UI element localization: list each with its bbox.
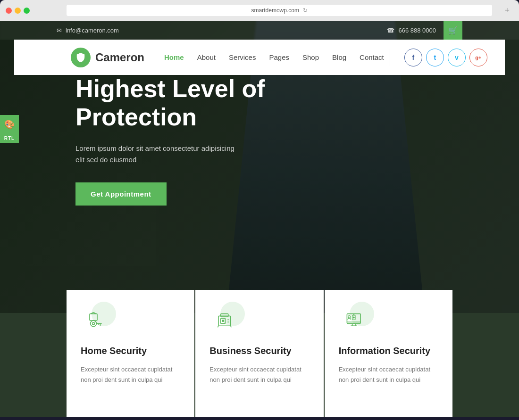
service-desc-business: Excepteur sint occaecat cupidatat non pr… (209, 364, 309, 385)
info-security-icon-wrap (339, 304, 372, 337)
service-title-business: Business Security (209, 345, 309, 357)
svg-point-21 (353, 317, 354, 318)
brand-icon-svg (75, 52, 86, 63)
service-card-business: Business Security Excepteur sint occaeca… (195, 290, 323, 417)
address-bar[interactable]: smartdemowp.com ↻ (67, 5, 492, 16)
nav-link-shop[interactable]: Shop (297, 49, 325, 65)
website: ✉ info@cameron.com ☎ 666 888 0000 🛒 (0, 21, 519, 417)
svg-point-22 (348, 316, 350, 318)
svg-rect-6 (218, 316, 231, 326)
home-security-icon (86, 309, 109, 332)
home-security-icon-wrap (81, 304, 114, 337)
cart-icon: 🛒 (448, 26, 458, 35)
nav-item-about[interactable]: About (192, 49, 221, 65)
brand[interactable]: Cameron (71, 48, 144, 67)
topbar-phone: ☎ 666 888 0000 (387, 27, 436, 34)
nav-link-blog[interactable]: Blog (326, 49, 352, 65)
email-icon: ✉ (57, 27, 62, 34)
nav-menu: Home About Services Pages Shop Blog (159, 49, 390, 65)
brand-name: Cameron (95, 51, 144, 64)
info-security-icon (344, 309, 367, 332)
phone-number: 666 888 0000 (398, 27, 436, 34)
nav-link-about[interactable]: About (192, 49, 221, 65)
nav-link-pages[interactable]: Pages (263, 49, 295, 65)
twitter-button[interactable]: t (426, 49, 444, 66)
service-desc-home: Excepteur sint occaecat cupidatat non pr… (81, 364, 180, 385)
reload-icon[interactable]: ↻ (303, 7, 308, 14)
svg-point-0 (91, 321, 97, 327)
topbar-right: ☎ 666 888 0000 🛒 (387, 21, 462, 40)
top-bar: ✉ info@cameron.com ☎ 666 888 0000 🛒 (0, 21, 519, 40)
palette-button[interactable]: 🎨 (0, 115, 19, 134)
nav-item-home[interactable]: Home (159, 49, 190, 65)
phone-icon: ☎ (387, 27, 394, 34)
nav-item-contact[interactable]: Contact (354, 49, 390, 65)
brand-logo (71, 48, 91, 67)
business-security-icon-wrap (209, 304, 243, 337)
navbar: Cameron Home About Services Pages Shop (14, 40, 505, 75)
url-text: smartdemowp.com (251, 7, 299, 14)
vimeo-button[interactable]: v (448, 49, 466, 66)
svg-line-11 (231, 326, 232, 327)
rtl-label[interactable]: RTL (0, 134, 19, 143)
facebook-button[interactable]: f (404, 49, 422, 66)
svg-line-10 (218, 326, 219, 327)
svg-point-1 (92, 322, 95, 325)
maximize-button[interactable] (24, 8, 30, 14)
email-address: info@cameron.com (66, 27, 119, 34)
nav-item-shop[interactable]: Shop (297, 49, 325, 65)
business-security-icon (215, 309, 237, 332)
service-card-home: Home Security Excepteur sint occaecat cu… (67, 290, 194, 417)
cart-button[interactable]: 🛒 (444, 21, 462, 40)
nav-item-blog[interactable]: Blog (326, 49, 352, 65)
hero-title: Highest Level of Protection (75, 75, 311, 132)
nav-link-contact[interactable]: Contact (354, 49, 390, 65)
nav-link-home[interactable]: Home (159, 49, 190, 65)
googleplus-button[interactable]: g+ (469, 49, 487, 66)
browser-chrome: smartdemowp.com ↻ + (0, 0, 519, 21)
services-section: Home Security Excepteur sint occaecat cu… (0, 290, 519, 417)
svg-rect-5 (90, 314, 97, 321)
nav-link-services[interactable]: Services (223, 49, 262, 65)
minimize-button[interactable] (15, 8, 21, 14)
topbar-email: ✉ info@cameron.com (57, 27, 119, 34)
navbar-left: Cameron Home About Services Pages Shop (71, 48, 390, 67)
service-desc-info: Excepteur sint occaecat cupidatat non pr… (339, 364, 438, 385)
new-tab-button[interactable]: + (501, 6, 513, 16)
hero-section: Highest Level of Protection Lorem ipsum … (75, 75, 311, 206)
nav-item-services[interactable]: Services (223, 49, 262, 65)
service-title-info: Information Security (339, 345, 438, 357)
traffic-lights (6, 8, 30, 14)
social-links: f t v g+ (390, 49, 487, 66)
cta-button[interactable]: Get Appointment (75, 182, 167, 206)
rtl-panel[interactable]: 🎨 RTL (0, 115, 19, 143)
nav-item-pages[interactable]: Pages (263, 49, 295, 65)
service-card-info: Information Security Excepteur sint occa… (325, 290, 452, 417)
service-title-home: Home Security (81, 345, 180, 357)
hero-subtitle: Lorem ipsum dolor sit amet consectetur a… (75, 143, 236, 165)
close-button[interactable] (6, 8, 12, 14)
